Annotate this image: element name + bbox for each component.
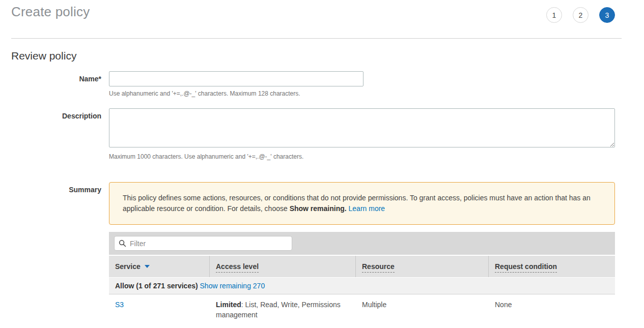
step-3-active[interactable]: 3 (599, 7, 615, 23)
step-2[interactable]: 2 (573, 7, 589, 23)
sort-descending-icon (145, 265, 150, 268)
review-policy-form: Name* Use alphanumeric and '+=,.@-_' cha… (11, 71, 615, 328)
table-toolbar (109, 232, 615, 256)
name-row: Name* Use alphanumeric and '+=,.@-_' cha… (11, 71, 615, 106)
show-remaining-link[interactable]: Show remaining 270 (200, 282, 265, 290)
step-1[interactable]: 1 (546, 7, 562, 23)
request-condition-cell: None (489, 294, 615, 328)
access-level-cell: Limited: List, Read, Write, Permissions … (210, 294, 356, 328)
column-header-resource[interactable]: Resource (356, 256, 489, 277)
allow-group-row: Allow (1 of 271 services) Show remaining… (109, 277, 615, 294)
column-header-request-condition[interactable]: Request condition (489, 256, 615, 277)
policy-description-textarea[interactable] (109, 108, 615, 147)
name-help-text: Use alphanumeric and '+=,.@-_' character… (109, 90, 615, 97)
name-label: Name* (11, 71, 109, 106)
warning-bold-text: Show remaining. (290, 204, 347, 213)
description-label: Description (11, 108, 109, 169)
page-header: Create policy 1 2 3 (11, 0, 615, 23)
description-help-text: Maximum 1000 characters. Use alphanumeri… (109, 153, 615, 160)
column-header-service[interactable]: Service (109, 256, 210, 277)
section-heading: Review policy (11, 50, 615, 62)
summary-row: Summary This policy defines some actions… (11, 182, 615, 328)
summary-label: Summary (11, 182, 109, 328)
description-row: Description Maximum 1000 characters. Use… (11, 108, 615, 169)
create-policy-page: Create policy 1 2 3 Review policy Name* … (0, 0, 644, 328)
policy-name-input[interactable] (109, 71, 363, 86)
filter-box[interactable] (114, 236, 292, 251)
resource-cell: Multiple (356, 294, 489, 328)
page-title: Create policy (11, 4, 90, 20)
search-icon (119, 240, 126, 247)
filter-input[interactable] (130, 240, 288, 248)
allow-group-label: Allow (1 of 271 services) (115, 282, 198, 290)
permissions-warning-banner: This policy defines some actions, resour… (109, 182, 615, 225)
policy-summary-table: Service Access level Resource Request co… (109, 232, 615, 328)
table-row-s3: S3 Limited: List, Read, Write, Permissio… (109, 294, 615, 328)
step-indicator: 1 2 3 (546, 4, 615, 23)
learn-more-link[interactable]: Learn more (349, 204, 385, 213)
header-divider (11, 38, 622, 39)
table-header-row: Service Access level Resource Request co… (109, 256, 615, 277)
column-header-access-level[interactable]: Access level (210, 256, 356, 277)
service-s3-link[interactable]: S3 (115, 301, 124, 309)
